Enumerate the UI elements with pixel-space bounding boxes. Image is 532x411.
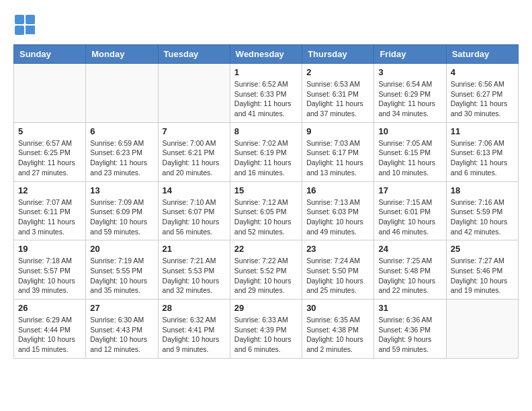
svg-rect-1 (26, 15, 35, 24)
page-header (13, 13, 519, 38)
svg-rect-0 (15, 15, 24, 24)
calendar-cell: 17Sunrise: 7:15 AM Sunset: 6:01 PM Dayli… (374, 181, 446, 240)
day-header-tuesday: Tuesday (158, 45, 230, 64)
calendar-cell: 6Sunrise: 6:59 AM Sunset: 6:23 PM Daylig… (86, 122, 158, 181)
day-number: 26 (18, 303, 81, 313)
day-header-sunday: Sunday (14, 45, 86, 64)
day-info: Sunrise: 7:09 AM Sunset: 6:09 PM Dayligh… (90, 197, 153, 237)
calendar-cell: 10Sunrise: 7:05 AM Sunset: 6:15 PM Dayli… (374, 122, 446, 181)
calendar-week-5: 26Sunrise: 6:29 AM Sunset: 4:44 PM Dayli… (14, 300, 519, 359)
calendar-cell: 29Sunrise: 6:33 AM Sunset: 4:39 PM Dayli… (230, 300, 302, 359)
day-number: 21 (163, 244, 226, 254)
day-info: Sunrise: 6:36 AM Sunset: 4:36 PM Dayligh… (378, 315, 441, 355)
logo-icon (13, 13, 38, 38)
day-info: Sunrise: 6:35 AM Sunset: 4:38 PM Dayligh… (306, 315, 369, 355)
day-header-friday: Friday (374, 45, 446, 64)
day-number: 4 (451, 67, 514, 77)
day-info: Sunrise: 6:56 AM Sunset: 6:27 PM Dayligh… (451, 79, 514, 119)
calendar-cell: 7Sunrise: 7:00 AM Sunset: 6:21 PM Daylig… (158, 122, 230, 181)
day-number: 28 (163, 303, 226, 313)
calendar: SundayMondayTuesdayWednesdayThursdayFrid… (13, 44, 519, 359)
day-info: Sunrise: 7:02 AM Sunset: 6:19 PM Dayligh… (234, 138, 298, 178)
day-number: 11 (451, 126, 514, 136)
svg-rect-2 (15, 26, 24, 35)
calendar-cell (158, 64, 230, 123)
calendar-cell: 18Sunrise: 7:16 AM Sunset: 5:59 PM Dayli… (446, 181, 518, 240)
calendar-cell: 14Sunrise: 7:10 AM Sunset: 6:07 PM Dayli… (158, 181, 230, 240)
calendar-cell: 16Sunrise: 7:13 AM Sunset: 6:03 PM Dayli… (302, 181, 374, 240)
calendar-cell: 15Sunrise: 7:12 AM Sunset: 6:05 PM Dayli… (230, 181, 302, 240)
calendar-cell: 25Sunrise: 7:27 AM Sunset: 5:46 PM Dayli… (446, 240, 518, 300)
day-number: 25 (451, 244, 514, 254)
calendar-cell: 19Sunrise: 7:18 AM Sunset: 5:57 PM Dayli… (14, 240, 86, 300)
day-info: Sunrise: 6:33 AM Sunset: 4:39 PM Dayligh… (234, 315, 298, 355)
day-number: 14 (163, 185, 226, 195)
calendar-cell: 11Sunrise: 7:06 AM Sunset: 6:13 PM Dayli… (446, 122, 518, 181)
calendar-cell: 21Sunrise: 7:21 AM Sunset: 5:53 PM Dayli… (158, 240, 230, 300)
day-number: 15 (234, 185, 298, 195)
day-info: Sunrise: 7:10 AM Sunset: 6:07 PM Dayligh… (163, 197, 226, 237)
calendar-cell: 12Sunrise: 7:07 AM Sunset: 6:11 PM Dayli… (14, 181, 86, 240)
calendar-cell (446, 300, 518, 359)
calendar-cell: 24Sunrise: 7:25 AM Sunset: 5:48 PM Dayli… (374, 240, 446, 300)
calendar-cell: 30Sunrise: 6:35 AM Sunset: 4:38 PM Dayli… (302, 300, 374, 359)
day-info: Sunrise: 6:29 AM Sunset: 4:44 PM Dayligh… (18, 315, 81, 355)
calendar-week-2: 5Sunrise: 6:57 AM Sunset: 6:25 PM Daylig… (14, 122, 519, 181)
day-info: Sunrise: 7:16 AM Sunset: 5:59 PM Dayligh… (451, 197, 514, 237)
day-info: Sunrise: 7:18 AM Sunset: 5:57 PM Dayligh… (18, 256, 81, 295)
day-number: 23 (306, 244, 369, 254)
day-info: Sunrise: 7:25 AM Sunset: 5:48 PM Dayligh… (378, 256, 441, 295)
day-info: Sunrise: 7:22 AM Sunset: 5:52 PM Dayligh… (234, 256, 298, 295)
calendar-cell: 2Sunrise: 6:53 AM Sunset: 6:31 PM Daylig… (302, 64, 374, 123)
calendar-cell: 26Sunrise: 6:29 AM Sunset: 4:44 PM Dayli… (14, 300, 86, 359)
day-info: Sunrise: 6:30 AM Sunset: 4:43 PM Dayligh… (90, 315, 153, 355)
day-number: 17 (378, 185, 441, 195)
day-number: 3 (378, 67, 441, 77)
calendar-week-3: 12Sunrise: 7:07 AM Sunset: 6:11 PM Dayli… (14, 181, 519, 240)
day-number: 5 (18, 126, 81, 136)
day-info: Sunrise: 7:13 AM Sunset: 6:03 PM Dayligh… (306, 197, 369, 237)
day-number: 18 (451, 185, 514, 195)
day-info: Sunrise: 7:03 AM Sunset: 6:17 PM Dayligh… (306, 138, 369, 178)
day-info: Sunrise: 7:24 AM Sunset: 5:50 PM Dayligh… (306, 256, 369, 295)
day-number: 1 (234, 67, 298, 77)
day-number: 7 (163, 126, 226, 136)
day-info: Sunrise: 7:07 AM Sunset: 6:11 PM Dayligh… (18, 197, 81, 237)
day-number: 12 (18, 185, 81, 195)
calendar-cell: 1Sunrise: 6:52 AM Sunset: 6:33 PM Daylig… (230, 64, 302, 123)
calendar-cell: 13Sunrise: 7:09 AM Sunset: 6:09 PM Dayli… (86, 181, 158, 240)
day-number: 19 (18, 244, 81, 254)
day-number: 27 (90, 303, 153, 313)
day-info: Sunrise: 6:52 AM Sunset: 6:33 PM Dayligh… (234, 79, 298, 119)
calendar-cell: 4Sunrise: 6:56 AM Sunset: 6:27 PM Daylig… (446, 64, 518, 123)
day-info: Sunrise: 6:53 AM Sunset: 6:31 PM Dayligh… (306, 79, 369, 119)
calendar-cell: 8Sunrise: 7:02 AM Sunset: 6:19 PM Daylig… (230, 122, 302, 181)
calendar-cell: 9Sunrise: 7:03 AM Sunset: 6:17 PM Daylig… (302, 122, 374, 181)
day-info: Sunrise: 7:12 AM Sunset: 6:05 PM Dayligh… (234, 197, 298, 237)
day-info: Sunrise: 7:05 AM Sunset: 6:15 PM Dayligh… (378, 138, 441, 178)
day-header-monday: Monday (86, 45, 158, 64)
day-number: 2 (306, 67, 369, 77)
day-number: 30 (306, 303, 369, 313)
day-info: Sunrise: 6:57 AM Sunset: 6:25 PM Dayligh… (18, 138, 81, 178)
calendar-week-4: 19Sunrise: 7:18 AM Sunset: 5:57 PM Dayli… (14, 240, 519, 300)
day-header-thursday: Thursday (302, 45, 374, 64)
day-header-saturday: Saturday (446, 45, 518, 64)
day-info: Sunrise: 7:21 AM Sunset: 5:53 PM Dayligh… (163, 256, 226, 295)
calendar-cell (86, 64, 158, 123)
calendar-cell: 5Sunrise: 6:57 AM Sunset: 6:25 PM Daylig… (14, 122, 86, 181)
day-number: 13 (90, 185, 153, 195)
day-number: 8 (234, 126, 298, 136)
day-number: 10 (378, 126, 441, 136)
day-info: Sunrise: 7:06 AM Sunset: 6:13 PM Dayligh… (451, 138, 514, 178)
calendar-cell: 31Sunrise: 6:36 AM Sunset: 4:36 PM Dayli… (374, 300, 446, 359)
logo (13, 13, 39, 38)
calendar-cell: 28Sunrise: 6:32 AM Sunset: 4:41 PM Dayli… (158, 300, 230, 359)
day-info: Sunrise: 7:00 AM Sunset: 6:21 PM Dayligh… (163, 138, 226, 178)
day-number: 20 (90, 244, 153, 254)
day-info: Sunrise: 7:15 AM Sunset: 6:01 PM Dayligh… (378, 197, 441, 237)
day-number: 31 (378, 303, 441, 313)
day-info: Sunrise: 6:59 AM Sunset: 6:23 PM Dayligh… (90, 138, 153, 178)
day-number: 24 (378, 244, 441, 254)
day-number: 16 (306, 185, 369, 195)
